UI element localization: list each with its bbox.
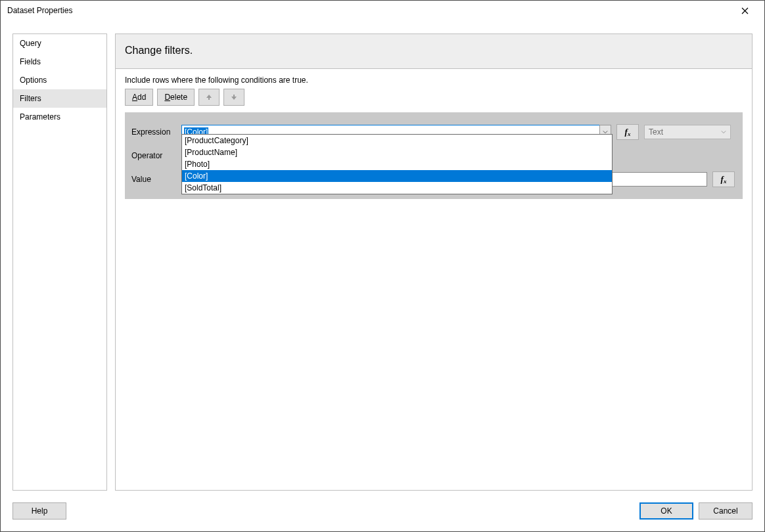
close-button[interactable] bbox=[730, 1, 759, 20]
add-button[interactable]: Add bbox=[125, 89, 153, 106]
fx-icon: fx bbox=[721, 174, 727, 185]
fx-icon: fx bbox=[625, 127, 631, 137]
instruction-text: Include rows where the following conditi… bbox=[125, 76, 743, 85]
arrow-up-icon bbox=[206, 94, 212, 100]
sidebar-item-query[interactable]: Query bbox=[13, 34, 106, 53]
move-down-button[interactable] bbox=[223, 89, 244, 106]
value-label: Value bbox=[131, 175, 181, 184]
filters-toolbar: Add Delete bbox=[125, 89, 743, 106]
window-title: Dataset Properties bbox=[7, 6, 730, 15]
expression-dropdown-list: [ProductCategory] [ProductName] [Photo] … bbox=[181, 134, 613, 194]
help-button[interactable]: Help bbox=[12, 502, 66, 520]
dropdown-option[interactable]: [ProductCategory] bbox=[182, 135, 612, 146]
filters-panel: Expression [Color] fx Text bbox=[125, 112, 743, 199]
main-heading: Change filters. bbox=[116, 34, 752, 69]
datatype-combo[interactable]: Text bbox=[644, 125, 731, 139]
value-fx-button[interactable]: fx bbox=[712, 171, 735, 187]
chevron-down-icon bbox=[721, 127, 726, 137]
close-icon bbox=[741, 7, 749, 14]
dropdown-option[interactable]: [Color] bbox=[182, 170, 612, 182]
delete-button[interactable]: Delete bbox=[157, 89, 195, 106]
dropdown-option[interactable]: [Photo] bbox=[182, 158, 612, 170]
expression-label: Expression bbox=[131, 127, 181, 137]
sidebar-item-options[interactable]: Options bbox=[13, 71, 106, 89]
sidebar-item-fields[interactable]: Fields bbox=[13, 53, 106, 71]
ok-button[interactable]: OK bbox=[639, 502, 693, 520]
nav-sidebar: Query Fields Options Filters Parameters bbox=[12, 33, 107, 491]
dialog-footer: Help OK Cancel bbox=[12, 502, 753, 520]
arrow-down-icon bbox=[231, 94, 237, 100]
move-up-button[interactable] bbox=[198, 89, 220, 106]
sidebar-item-filters[interactable]: Filters bbox=[13, 89, 106, 108]
dropdown-option[interactable]: [SoldTotal] bbox=[182, 182, 612, 194]
sidebar-item-parameters[interactable]: Parameters bbox=[13, 108, 106, 126]
main-pane: Change filters. Include rows where the f… bbox=[115, 33, 753, 491]
dropdown-option[interactable]: [ProductName] bbox=[182, 146, 612, 158]
operator-label: Operator bbox=[131, 151, 181, 160]
cancel-button[interactable]: Cancel bbox=[699, 502, 753, 520]
titlebar: Dataset Properties bbox=[1, 1, 764, 20]
expression-fx-button[interactable]: fx bbox=[616, 124, 639, 140]
